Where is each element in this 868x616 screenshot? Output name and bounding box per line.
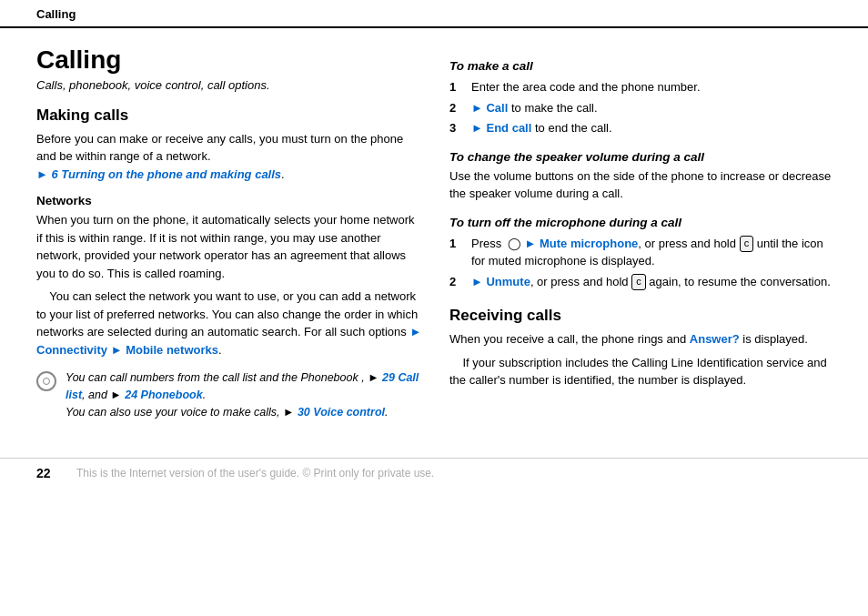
- make-a-call-steps: 1 Enter the area code and the phone numb…: [449, 78, 832, 137]
- making-calls-heading: Making calls: [36, 106, 422, 125]
- call-link[interactable]: Call: [486, 101, 508, 115]
- answer-link[interactable]: Answer?: [690, 332, 740, 346]
- networks-body1: When you turn on the phone, it automatic…: [36, 211, 422, 282]
- arrow-icon-3: ►: [111, 343, 126, 357]
- subtitle: Calls, phonebook, voice control, call op…: [36, 78, 422, 92]
- left-column: Calling Calls, phonebook, voice control,…: [36, 46, 422, 421]
- arrow-icon-2: ►: [409, 325, 421, 338]
- page: Calling Calling Calls, phonebook, voice …: [0, 0, 868, 616]
- arrow-icon-1: ►: [36, 167, 48, 181]
- note-box: You can call numbers from the call list …: [36, 369, 422, 420]
- mute-mic-heading: To turn off the microphone during a call: [449, 216, 832, 229]
- voice-control-link[interactable]: 30 Voice control: [298, 406, 385, 419]
- unmute-link[interactable]: Unmute: [486, 275, 530, 288]
- mute-step-2: 2 ► Unmute, or press and hold c again, t…: [449, 273, 832, 291]
- right-column: To make a call 1 Enter the area code and…: [449, 46, 832, 421]
- phonebook-link[interactable]: 24 Phonebook: [125, 389, 202, 401]
- main-content: Calling Calls, phonebook, voice control,…: [0, 28, 868, 421]
- arrow-icon-6: ►: [283, 406, 298, 419]
- mobile-networks-link[interactable]: Mobile networks: [126, 343, 218, 357]
- receiving-calls-body1: When you receive a call, the phone rings…: [449, 330, 832, 348]
- footer-text: This is the Internet version of the user…: [76, 467, 434, 480]
- make-a-call-heading: To make a call: [449, 59, 832, 73]
- top-bar-title: Calling: [36, 7, 76, 21]
- networks-heading: Networks: [36, 194, 422, 207]
- receiving-calls-body2: If your subscription includes the Callin…: [449, 354, 832, 389]
- arrow-icon-10: ►: [471, 275, 486, 288]
- turning-on-link[interactable]: 6 Turning on the phone and making calls: [52, 167, 282, 181]
- page-title: Calling: [36, 46, 422, 75]
- speaker-volume-body: Use the volume buttons on the side of th…: [449, 167, 832, 203]
- making-calls-body1: Before you can make or receive any calls…: [36, 130, 422, 184]
- networks-body2: You can select the network you want to u…: [36, 288, 422, 358]
- mute-step-1: 1 Press ◯ ► Mute microphone, or press an…: [449, 235, 832, 270]
- page-number: 22: [36, 466, 58, 480]
- arrow-icon-8: ►: [471, 121, 486, 135]
- note-icon-inner: [43, 378, 50, 385]
- end-call-link[interactable]: End call: [486, 121, 531, 135]
- arrow-icon-9: ►: [524, 237, 539, 250]
- step-3: 3 ► End call to end the call.: [449, 119, 832, 137]
- step-1: 1 Enter the area code and the phone numb…: [449, 78, 832, 96]
- step-2: 2 ► Call to make the call.: [449, 99, 832, 117]
- arrow-icon-4: ►: [368, 371, 382, 384]
- c-button-1: c: [740, 236, 754, 251]
- speaker-volume-heading: To change the speaker volume during a ca…: [449, 150, 832, 164]
- note-text: You can call numbers from the call list …: [66, 369, 422, 420]
- connectivity-link[interactable]: Connectivity: [36, 343, 107, 357]
- mute-mic-link[interactable]: Mute microphone: [540, 237, 638, 250]
- c-button-2: c: [631, 274, 646, 289]
- footer: 22 This is the Internet version of the u…: [0, 458, 868, 488]
- receiving-calls-heading: Receiving calls: [449, 307, 832, 325]
- mute-mic-steps: 1 Press ◯ ► Mute microphone, or press an…: [449, 235, 832, 291]
- arrow-icon-7: ►: [471, 101, 486, 115]
- arrow-icon-5: ►: [110, 389, 125, 401]
- top-bar: Calling: [0, 0, 868, 28]
- note-icon: [36, 371, 56, 391]
